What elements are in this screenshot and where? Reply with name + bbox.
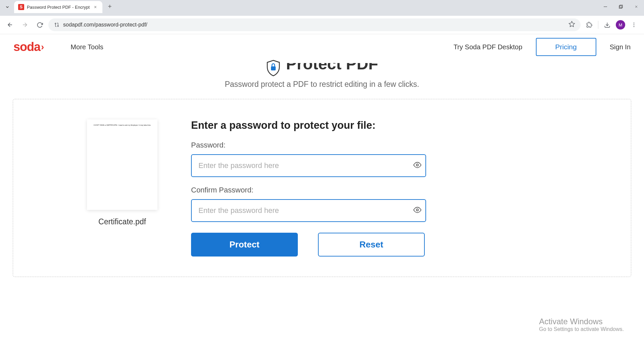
watermark-title: Activate Windows: [539, 317, 624, 326]
svg-rect-6: [620, 5, 623, 8]
browser-tab[interactable]: S Password Protect PDF - Encrypt: [14, 1, 102, 13]
soda-logo[interactable]: soda ›: [13, 40, 44, 54]
tab-title: Password Protect PDF - Encrypt: [27, 5, 90, 10]
extensions-icon[interactable]: [583, 19, 595, 31]
windows-activation-watermark: Activate Windows Go to Settings to activ…: [539, 317, 624, 332]
window-minimize-button[interactable]: [598, 0, 613, 13]
browser-tab-bar: S Password Protect PDF - Encrypt: [0, 0, 644, 16]
page-subtitle: Password protect a PDF to restrict editi…: [0, 80, 644, 89]
window-maximize-button[interactable]: [613, 0, 629, 13]
svg-point-19: [634, 22, 635, 23]
new-tab-button[interactable]: [105, 2, 114, 11]
form-title: Enter a password to protect your file:: [191, 119, 601, 131]
bookmark-star-icon[interactable]: [568, 21, 575, 29]
svg-point-20: [634, 24, 635, 25]
logo-arrow-icon: ›: [41, 42, 44, 52]
pdf-thumbnail-text: I DON'T HAVE a CERTIFICATE. I need to as…: [93, 124, 151, 126]
pdf-thumbnail: I DON'T HAVE a CERTIFICATE. I need to as…: [87, 119, 157, 210]
page-viewport[interactable]: soda › More Tools Try Soda PDF Desktop P…: [0, 34, 644, 339]
tab-search-dropdown[interactable]: [3, 2, 12, 12]
tab-close-icon[interactable]: [92, 4, 98, 10]
toggle-confirm-visibility-icon[interactable]: [413, 206, 421, 215]
downloads-icon[interactable]: [601, 19, 613, 31]
toggle-password-visibility-icon[interactable]: [413, 161, 421, 170]
browser-menu-icon[interactable]: [628, 19, 640, 31]
svg-rect-5: [619, 6, 622, 8]
reload-button[interactable]: [34, 19, 46, 31]
password-form: Enter a password to protect your file: P…: [191, 119, 601, 257]
tab-favicon: S: [18, 4, 24, 10]
pdf-filename: Certificate.pdf: [98, 217, 146, 226]
password-input[interactable]: [191, 154, 426, 177]
url-bar[interactable]: sodapdf.com/password-protect-pdf/: [48, 18, 581, 31]
confirm-password-label: Confirm Password:: [191, 186, 601, 194]
protect-button[interactable]: Protect: [191, 233, 298, 257]
svg-point-24: [416, 209, 418, 211]
back-button[interactable]: [4, 19, 16, 31]
forward-button[interactable]: [19, 19, 31, 31]
window-controls: [598, 0, 644, 13]
url-text: sodapdf.com/password-protect-pdf/: [63, 22, 565, 28]
watermark-subtitle: Go to Settings to activate Windows.: [539, 326, 624, 332]
pricing-button[interactable]: Pricing: [536, 38, 596, 56]
reset-button[interactable]: Reset: [318, 233, 425, 257]
svg-point-12: [57, 25, 58, 26]
try-desktop-link[interactable]: Try Soda PDF Desktop: [454, 43, 522, 51]
toolbar-divider: [598, 21, 598, 29]
site-header: soda › More Tools Try Soda PDF Desktop P…: [0, 34, 644, 60]
more-tools-link[interactable]: More Tools: [71, 43, 103, 51]
site-info-icon[interactable]: [54, 22, 60, 28]
hero-section: Protect PDF Password protect a PDF to re…: [0, 60, 644, 99]
password-label: Password:: [191, 141, 601, 150]
svg-point-21: [634, 26, 635, 27]
shield-lock-icon: [266, 60, 281, 76]
main-card: I DON'T HAVE a CERTIFICATE. I need to as…: [13, 99, 631, 277]
svg-point-23: [416, 164, 418, 166]
svg-marker-17: [569, 21, 575, 27]
profile-avatar[interactable]: M: [616, 20, 625, 30]
svg-rect-22: [271, 66, 276, 70]
window-close-button[interactable]: [629, 0, 644, 13]
browser-address-bar: sodapdf.com/password-protect-pdf/ M: [0, 16, 644, 34]
file-preview-column: I DON'T HAVE a CERTIFICATE. I need to as…: [87, 119, 157, 257]
page-title: Protect PDF: [286, 63, 378, 73]
logo-text: soda: [13, 40, 40, 54]
svg-point-11: [55, 23, 56, 24]
signin-link[interactable]: Sign In: [610, 43, 631, 51]
confirm-password-input[interactable]: [191, 199, 426, 222]
